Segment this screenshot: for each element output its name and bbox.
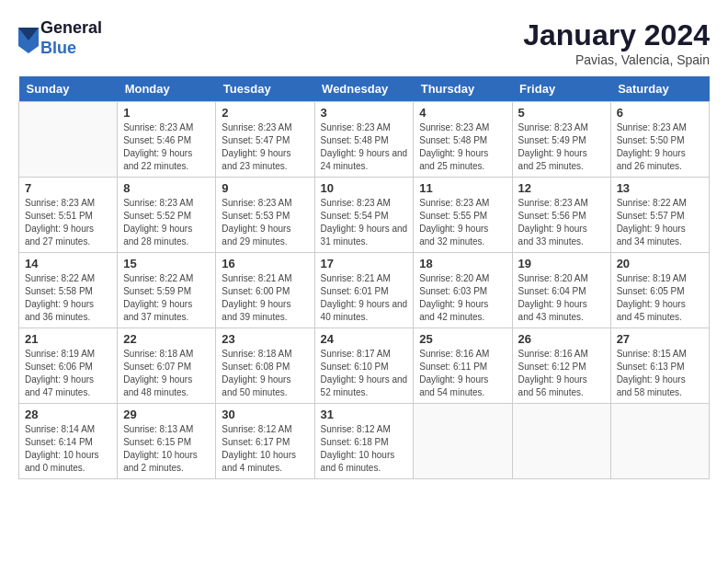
day-info: Sunrise: 8:23 AMSunset: 5:46 PMDaylight:…: [123, 121, 210, 173]
day-number: 25: [419, 332, 506, 346]
calendar-cell: 2 Sunrise: 8:23 AMSunset: 5:47 PMDayligh…: [216, 102, 314, 178]
location: Pavias, Valencia, Spain: [523, 52, 710, 67]
day-info: Sunrise: 8:23 AMSunset: 5:48 PMDaylight:…: [321, 121, 408, 173]
day-number: 2: [222, 106, 308, 120]
calendar-cell: 18 Sunrise: 8:20 AMSunset: 6:03 PMDaylig…: [414, 253, 512, 328]
weekday-header-saturday: Saturday: [610, 76, 709, 102]
day-info: Sunrise: 8:23 AMSunset: 5:50 PMDaylight:…: [617, 121, 703, 173]
calendar-cell: 13 Sunrise: 8:22 AMSunset: 5:57 PMDaylig…: [610, 178, 709, 253]
day-info: Sunrise: 8:22 AMSunset: 5:58 PMDaylight:…: [25, 272, 111, 324]
day-number: 26: [518, 332, 605, 346]
calendar-cell: 24 Sunrise: 8:17 AMSunset: 6:10 PMDaylig…: [314, 328, 414, 404]
day-number: 28: [25, 408, 111, 421]
calendar-cell: 4 Sunrise: 8:23 AMSunset: 5:48 PMDayligh…: [414, 102, 512, 178]
day-info: Sunrise: 8:13 AMSunset: 6:15 PMDaylight:…: [123, 423, 210, 475]
day-number: 29: [123, 408, 210, 421]
calendar-cell: 31 Sunrise: 8:12 AMSunset: 6:18 PMDaylig…: [314, 404, 414, 479]
day-info: Sunrise: 8:23 AMSunset: 5:52 PMDaylight:…: [123, 197, 210, 248]
weekday-header-row: SundayMondayTuesdayWednesdayThursdayFrid…: [19, 76, 710, 102]
day-info: Sunrise: 8:20 AMSunset: 6:03 PMDaylight:…: [419, 272, 506, 324]
day-number: 12: [518, 181, 605, 195]
day-number: 14: [25, 257, 111, 270]
calendar-cell: 27 Sunrise: 8:15 AMSunset: 6:13 PMDaylig…: [610, 328, 709, 404]
calendar-cell: 30 Sunrise: 8:12 AMSunset: 6:17 PMDaylig…: [216, 404, 314, 479]
day-number: 1: [123, 106, 210, 120]
logo-general: General: [40, 18, 102, 39]
calendar-cell: 20 Sunrise: 8:19 AMSunset: 6:05 PMDaylig…: [610, 253, 709, 328]
day-number: 19: [518, 257, 605, 270]
calendar-cell: 28 Sunrise: 8:14 AMSunset: 6:14 PMDaylig…: [19, 404, 118, 479]
day-info: Sunrise: 8:14 AMSunset: 6:14 PMDaylight:…: [25, 423, 111, 475]
day-info: Sunrise: 8:18 AMSunset: 6:07 PMDaylight:…: [123, 348, 210, 399]
day-number: 5: [518, 106, 605, 120]
calendar-cell: 25 Sunrise: 8:16 AMSunset: 6:11 PMDaylig…: [414, 328, 512, 404]
day-info: Sunrise: 8:22 AMSunset: 5:57 PMDaylight:…: [617, 197, 703, 248]
day-number: 15: [123, 257, 210, 270]
day-number: 21: [25, 332, 111, 346]
page-header: General Blue January 2024 Pavias, Valenc…: [18, 18, 710, 67]
day-info: Sunrise: 8:12 AMSunset: 6:17 PMDaylight:…: [222, 423, 308, 475]
day-number: 10: [321, 181, 408, 195]
logo-blue: Blue: [40, 39, 102, 59]
day-info: Sunrise: 8:15 AMSunset: 6:13 PMDaylight:…: [617, 348, 703, 399]
day-info: Sunrise: 8:23 AMSunset: 5:51 PMDaylight:…: [25, 197, 111, 248]
day-number: 3: [321, 106, 408, 120]
day-info: Sunrise: 8:23 AMSunset: 5:49 PMDaylight:…: [518, 121, 605, 173]
week-row-2: 7 Sunrise: 8:23 AMSunset: 5:51 PMDayligh…: [19, 178, 710, 253]
calendar-cell: 6 Sunrise: 8:23 AMSunset: 5:50 PMDayligh…: [610, 102, 709, 178]
week-row-1: 1 Sunrise: 8:23 AMSunset: 5:46 PMDayligh…: [19, 102, 710, 178]
day-number: 8: [123, 181, 210, 195]
day-info: Sunrise: 8:21 AMSunset: 6:00 PMDaylight:…: [222, 272, 308, 324]
calendar-cell: 22 Sunrise: 8:18 AMSunset: 6:07 PMDaylig…: [118, 328, 216, 404]
calendar-cell: 9 Sunrise: 8:23 AMSunset: 5:53 PMDayligh…: [216, 178, 314, 253]
weekday-header-monday: Monday: [118, 76, 216, 102]
weekday-header-thursday: Thursday: [414, 76, 512, 102]
calendar-cell: 1 Sunrise: 8:23 AMSunset: 5:46 PMDayligh…: [118, 102, 216, 178]
logo: General Blue: [18, 18, 102, 58]
month-title: January 2024: [523, 18, 710, 52]
calendar-cell: 8 Sunrise: 8:23 AMSunset: 5:52 PMDayligh…: [118, 178, 216, 253]
calendar-cell: 14 Sunrise: 8:22 AMSunset: 5:58 PMDaylig…: [19, 253, 118, 328]
day-info: Sunrise: 8:18 AMSunset: 6:08 PMDaylight:…: [222, 348, 308, 399]
calendar-cell: 23 Sunrise: 8:18 AMSunset: 6:08 PMDaylig…: [216, 328, 314, 404]
title-block: January 2024 Pavias, Valencia, Spain: [523, 18, 710, 67]
day-info: Sunrise: 8:16 AMSunset: 6:11 PMDaylight:…: [419, 348, 506, 399]
day-info: Sunrise: 8:19 AMSunset: 6:06 PMDaylight:…: [25, 348, 111, 399]
day-info: Sunrise: 8:23 AMSunset: 5:47 PMDaylight:…: [222, 121, 308, 173]
day-info: Sunrise: 8:19 AMSunset: 6:05 PMDaylight:…: [617, 272, 703, 324]
day-number: 23: [222, 332, 308, 346]
calendar-cell: 29 Sunrise: 8:13 AMSunset: 6:15 PMDaylig…: [118, 404, 216, 479]
day-number: 20: [617, 257, 703, 270]
logo-icon: [18, 28, 37, 50]
calendar-cell: [19, 102, 118, 178]
calendar-table: SundayMondayTuesdayWednesdayThursdayFrid…: [18, 76, 710, 479]
day-number: 22: [123, 332, 210, 346]
day-info: Sunrise: 8:20 AMSunset: 6:04 PMDaylight:…: [518, 272, 605, 324]
calendar-cell: 17 Sunrise: 8:21 AMSunset: 6:01 PMDaylig…: [314, 253, 414, 328]
weekday-header-friday: Friday: [512, 76, 610, 102]
calendar-cell: [610, 404, 709, 479]
day-number: 11: [419, 181, 506, 195]
day-number: 16: [222, 257, 308, 270]
day-info: Sunrise: 8:23 AMSunset: 5:55 PMDaylight:…: [419, 197, 506, 248]
weekday-header-tuesday: Tuesday: [216, 76, 314, 102]
day-info: Sunrise: 8:21 AMSunset: 6:01 PMDaylight:…: [321, 272, 408, 324]
calendar-cell: 10 Sunrise: 8:23 AMSunset: 5:54 PMDaylig…: [314, 178, 414, 253]
calendar-cell: 21 Sunrise: 8:19 AMSunset: 6:06 PMDaylig…: [19, 328, 118, 404]
calendar-cell: 3 Sunrise: 8:23 AMSunset: 5:48 PMDayligh…: [314, 102, 414, 178]
calendar-cell: 11 Sunrise: 8:23 AMSunset: 5:55 PMDaylig…: [414, 178, 512, 253]
calendar-cell: 5 Sunrise: 8:23 AMSunset: 5:49 PMDayligh…: [512, 102, 610, 178]
weekday-header-wednesday: Wednesday: [314, 76, 414, 102]
day-number: 30: [222, 408, 308, 421]
week-row-4: 21 Sunrise: 8:19 AMSunset: 6:06 PMDaylig…: [19, 328, 710, 404]
day-number: 7: [25, 181, 111, 195]
logo-text: General Blue: [40, 18, 102, 58]
calendar-cell: 16 Sunrise: 8:21 AMSunset: 6:00 PMDaylig…: [216, 253, 314, 328]
day-number: 13: [617, 181, 703, 195]
day-info: Sunrise: 8:12 AMSunset: 6:18 PMDaylight:…: [321, 423, 408, 475]
day-number: 31: [321, 408, 408, 421]
day-number: 6: [617, 106, 703, 120]
day-number: 9: [222, 181, 308, 195]
calendar-cell: 19 Sunrise: 8:20 AMSunset: 6:04 PMDaylig…: [512, 253, 610, 328]
day-info: Sunrise: 8:23 AMSunset: 5:56 PMDaylight:…: [518, 197, 605, 248]
